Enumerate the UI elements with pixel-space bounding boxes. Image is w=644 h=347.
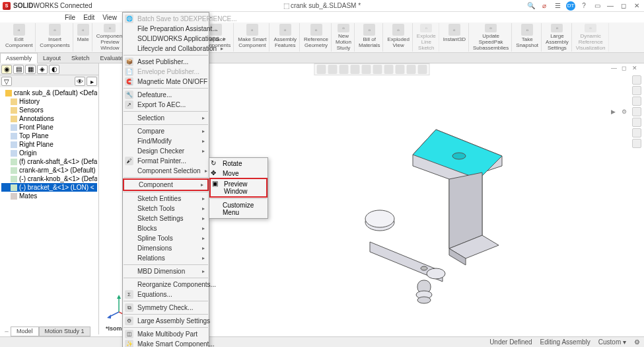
- ribbon-mate[interactable]: ▫Mate: [75, 23, 92, 52]
- tab-layout[interactable]: Layout: [38, 54, 66, 63]
- tp-resources-icon[interactable]: [632, 75, 641, 85]
- ribbon-new[interactable]: ▫NewMotionStudy: [333, 23, 355, 52]
- minimize-icon[interactable]: —: [606, 1, 615, 11]
- tree-item[interactable]: History: [1, 97, 97, 106]
- menu-item-magnetic-mate-on-off[interactable]: 🧲Magnetic Mate ON/OFF: [123, 77, 209, 87]
- menu-item-make-multibody-part[interactable]: ◫Make Multibody Part: [123, 329, 209, 339]
- menu-item-lifecycle-and-collaboration[interactable]: Lifecycle and Collaboration▸: [123, 44, 209, 54]
- ribbon-update[interactable]: ▫UpdateSpeedPakSubassemblies: [470, 23, 512, 52]
- tree-item[interactable]: Annotations: [1, 114, 97, 123]
- ribbon-explode[interactable]: ▫ExplodeLineSketch: [414, 23, 439, 52]
- apply-scene-icon[interactable]: [406, 65, 415, 74]
- menu-item-dimensions[interactable]: Dimensions▸: [123, 243, 209, 253]
- alert-icon[interactable]: ⌀: [540, 1, 549, 11]
- viewport-close-icon[interactable]: ✕: [632, 65, 640, 73]
- ribbon-reference[interactable]: ▫ReferenceGeometry: [301, 23, 332, 52]
- tp-forum-icon[interactable]: [632, 139, 641, 148]
- menu-item-component-selection[interactable]: Component Selection▸: [123, 166, 209, 176]
- home-icon[interactable]: ☰: [553, 1, 562, 11]
- viewport-min-icon[interactable]: —: [611, 65, 619, 73]
- view-orient-icon[interactable]: [361, 65, 371, 74]
- help-icon[interactable]: ?: [579, 1, 589, 11]
- fm-filter-icon[interactable]: ▽: [1, 77, 12, 86]
- tree-item[interactable]: Mates: [1, 192, 97, 200]
- tree-item[interactable]: Sensors: [1, 106, 97, 114]
- tree-item[interactable]: Front Plane: [1, 123, 97, 132]
- ribbon-instant-d[interactable]: ▫Instant3D: [441, 23, 469, 52]
- tree-root[interactable]: crank sub_& (Default) <Default_Disp: [1, 89, 97, 97]
- ribbon-make-smart[interactable]: ▫Make SmartComponent: [235, 23, 269, 52]
- fm-config-tab-icon[interactable]: ▦: [25, 65, 36, 74]
- menu-item-file-preparation-assistant[interactable]: File Preparation Assistant...: [123, 24, 209, 34]
- tree-item[interactable]: (-) bracket_&<1> (LON) <: [1, 183, 97, 192]
- tab-assembly[interactable]: Assembly: [0, 53, 38, 63]
- prev-view-icon[interactable]: [339, 65, 348, 74]
- status-gear-icon[interactable]: ⚙: [634, 338, 640, 346]
- tree-item[interactable]: Origin: [1, 149, 97, 157]
- tree-item[interactable]: (-) crank-knob_&<1> (Default) <: [1, 174, 97, 183]
- anim-gear-icon[interactable]: ⚙: [622, 108, 629, 116]
- menu-item-asset-publisher[interactable]: 📦Asset Publisher...: [123, 57, 209, 67]
- view-settings-icon[interactable]: [417, 65, 427, 74]
- viewport-max-icon[interactable]: ◻: [622, 65, 629, 73]
- ribbon-take[interactable]: ▫TakeSnapshot: [513, 23, 542, 52]
- ribbon-dynamic[interactable]: ▫DynamicReferenceVisualization: [573, 23, 609, 52]
- user-avatar[interactable]: DT: [566, 1, 575, 11]
- menu-item-relations[interactable]: Relations▸: [123, 253, 209, 263]
- tab-sketch[interactable]: Sketch: [66, 54, 95, 63]
- menu-item-design-checker[interactable]: Design Checker▸: [123, 146, 209, 156]
- ribbon-bill-of[interactable]: ▫Bill ofMaterials: [356, 23, 383, 52]
- tree-item[interactable]: Right Plane: [1, 140, 97, 149]
- maximize-icon[interactable]: ◻: [619, 1, 628, 11]
- hide-show-icon[interactable]: [384, 65, 393, 74]
- menu-item-make-smart-component[interactable]: ✨Make Smart Component...: [123, 339, 209, 347]
- menu-item-equations[interactable]: ΣEquations...: [123, 289, 209, 299]
- menu-item-export-to-aec[interactable]: ↗Export To AEC...: [123, 100, 209, 110]
- tab-model[interactable]: Model: [11, 327, 39, 336]
- edit-appearance-icon[interactable]: [395, 65, 404, 74]
- model-tabs-handle-icon[interactable]: ⎓: [3, 327, 11, 336]
- menu-item-symmetry-check[interactable]: ⧉Symmetry Check...: [123, 303, 209, 313]
- menu-item-sketch-settings[interactable]: Sketch Settings▸: [123, 213, 209, 223]
- submenu-rotate[interactable]: ↻Rotate: [209, 159, 268, 169]
- search-icon[interactable]: 🔍: [526, 1, 536, 11]
- tree-item[interactable]: crank-arm_&<1> (Default) <: [1, 166, 97, 174]
- fm-display-tab-icon[interactable]: ◐: [49, 65, 59, 74]
- menu-item-spline-tools[interactable]: Spline Tools▸: [123, 233, 209, 243]
- menu-item-sketch-tools[interactable]: Sketch Tools▸: [123, 204, 209, 213]
- section-view-icon[interactable]: [350, 65, 359, 74]
- menu-item-selection[interactable]: Selection▸: [123, 113, 209, 123]
- zoom-fit-icon[interactable]: [316, 65, 326, 74]
- menu-edit[interactable]: Edit: [79, 13, 98, 22]
- submenu-customize-menu[interactable]: Customize Menu: [209, 200, 268, 217]
- fm-eye-icon[interactable]: 👁: [75, 77, 85, 86]
- submenu-move[interactable]: ✥Move: [209, 169, 268, 178]
- status-custom-button[interactable]: Custom ▾: [598, 338, 626, 346]
- menu-file[interactable]: File: [61, 13, 79, 22]
- submenu-preview-window[interactable]: ▣Preview Window: [209, 178, 268, 198]
- tab-motion-study[interactable]: Motion Study 1: [39, 327, 90, 336]
- tp-view-palette-icon[interactable]: [632, 107, 641, 116]
- restore-icon[interactable]: ▭: [592, 1, 602, 11]
- menu-item-format-painter[interactable]: 🖌Format Painter...: [123, 156, 209, 166]
- tree-item[interactable]: Top Plane: [1, 132, 97, 140]
- fm-dim-tab-icon[interactable]: ◈: [37, 65, 48, 74]
- play-icon[interactable]: ▶: [611, 108, 619, 116]
- zoom-area-icon[interactable]: [328, 65, 337, 74]
- close-icon[interactable]: ✕: [632, 1, 641, 11]
- menu-item-solidworks-applications[interactable]: SOLIDWORKS Applications▸: [123, 34, 209, 44]
- menu-view[interactable]: View: [98, 13, 121, 22]
- menu-item-compare[interactable]: Compare▸: [123, 126, 209, 136]
- menu-item-reorganize-components[interactable]: Reorganize Components...: [123, 280, 209, 289]
- tree-item[interactable]: (f) crank-shaft_&<1> (Default) <: [1, 157, 97, 166]
- fm-arrow-icon[interactable]: ▸: [87, 77, 97, 86]
- tp-design-lib-icon[interactable]: [632, 86, 641, 95]
- fm-prop-tab-icon[interactable]: ▤: [13, 65, 24, 74]
- menu-item-blocks[interactable]: Blocks▸: [123, 223, 209, 233]
- tp-appearances-icon[interactable]: [632, 118, 641, 127]
- menu-item-sketch-entities[interactable]: Sketch Entities▸: [123, 194, 209, 204]
- tp-custom-props-icon[interactable]: [632, 128, 641, 137]
- menu-item-find-modify[interactable]: Find/Modify▸: [123, 136, 209, 146]
- fm-tree-tab-icon[interactable]: ◉: [1, 65, 12, 74]
- menu-item-component[interactable]: Component▸: [123, 178, 209, 191]
